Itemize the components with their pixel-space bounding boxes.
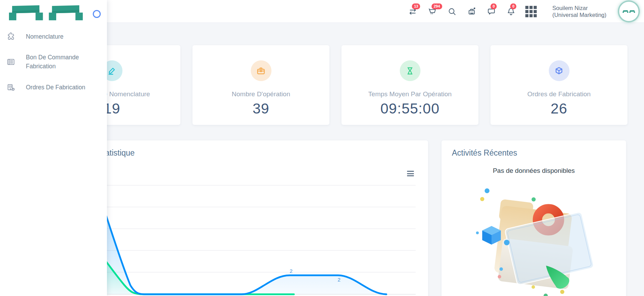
briefcase-icon: [251, 60, 271, 81]
hourglass-icon: [400, 60, 420, 81]
stat-card-title: Temps Moyen Par Opération: [341, 90, 478, 98]
sidebar-item-nomenclature[interactable]: Nomenclature: [0, 28, 107, 45]
user-organization: (Universal Marketing): [552, 11, 606, 18]
stat-card-manufacturing-orders: Ordres de Fabrication 26: [491, 45, 627, 125]
avatar[interactable]: [619, 2, 638, 21]
data-label: 2: [290, 268, 293, 274]
sidebar-header: [0, 0, 107, 26]
sidebar-item-label: Ordres De Fabrication: [26, 83, 85, 92]
stat-card-operations: Nombre D'opération 39: [192, 45, 329, 125]
header-actions: 13 294: [407, 0, 638, 23]
stat-card-average-time: Temps Moyen Par Opération 09:55:00: [341, 45, 478, 125]
sidebar: Nomenclature Bon De Commande Fabrication: [0, 0, 107, 296]
stat-card-title: Ordres de Fabrication: [491, 90, 627, 98]
sidebar-item-ordres-de-fabrication[interactable]: Ordres De Fabrication: [0, 79, 107, 95]
cart-badge: 294: [432, 3, 442, 9]
puzzle-icon: [6, 32, 16, 41]
cube-icon: [549, 60, 569, 81]
stat-card-value: 09:55:00: [341, 100, 478, 117]
swap-badge: 13: [412, 3, 420, 9]
sidebar-pin-toggle[interactable]: [93, 10, 101, 18]
activities-title: Activités Récentes: [442, 140, 626, 158]
search-button[interactable]: [447, 6, 457, 17]
cart-button[interactable]: 294: [427, 6, 437, 17]
swap-transactions-button[interactable]: 13: [407, 6, 418, 17]
empty-state-illustration: [472, 185, 618, 296]
stat-card-value: 26: [491, 100, 627, 117]
user-menu[interactable]: Souilem Nizar (Universal Marketing): [552, 4, 606, 18]
sidebar-item-label: Bon De Commande Fabrication: [26, 53, 79, 71]
chart-gridlines: [92, 185, 416, 294]
recent-activities-panel: Activités Récentes Pas de données dispon…: [442, 140, 626, 296]
empty-state-message: Pas de données disponibles: [442, 167, 626, 175]
data-label: 2: [338, 277, 340, 283]
stat-card-value: 39: [192, 100, 329, 117]
search-icon: [447, 7, 457, 16]
user-name: Souilem Nizar: [552, 4, 606, 11]
messages-button[interactable]: 0: [486, 6, 496, 17]
stat-card-title: Nombre D'opération: [192, 90, 329, 98]
list-icon: [6, 57, 16, 67]
sidebar-item-label: Nomenclature: [26, 32, 63, 41]
notifications-button[interactable]: 0: [506, 6, 516, 17]
avatar-logo-icon: [623, 10, 635, 13]
factory-icon: [6, 82, 16, 92]
app-logo: [9, 5, 83, 21]
blue-series-line: [92, 173, 386, 294]
chart-menu-icon[interactable]: [407, 171, 414, 178]
cash-register-button[interactable]: [466, 6, 477, 17]
apps-grid-icon[interactable]: [525, 6, 537, 17]
sidebar-menu: Nomenclature Bon De Commande Fabrication: [0, 26, 107, 95]
cash-register-icon: [467, 7, 476, 16]
sidebar-item-bon-de-commande[interactable]: Bon De Commande Fabrication: [0, 49, 107, 74]
